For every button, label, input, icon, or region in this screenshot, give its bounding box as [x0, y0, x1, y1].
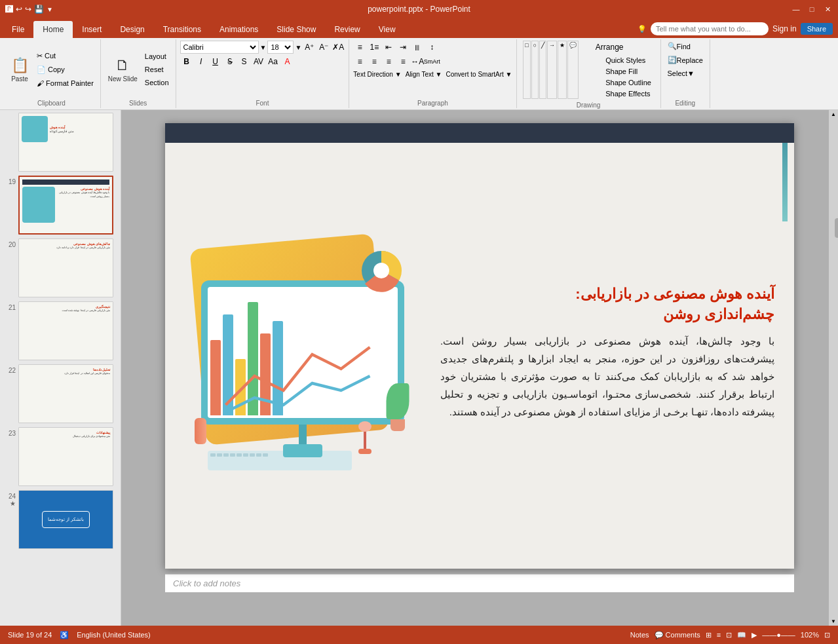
slide-item-19[interactable]: 19 آینده هوش مصنوعی با وجود چالش‌ها، آین… — [3, 176, 118, 235]
shape-fill-button[interactable]: Shape Fill — [603, 66, 654, 77]
slide-body: با وجود چالش‌ها، آینده هوش مصنوعی در باز… — [440, 332, 774, 421]
font-color-button[interactable]: A — [281, 55, 294, 68]
find-button[interactable]: 🔍 Find — [665, 41, 693, 52]
char-spacing-button[interactable]: AV — [252, 55, 265, 68]
italic-button[interactable]: I — [195, 55, 208, 68]
decrease-font-button[interactable]: A⁻ — [317, 41, 330, 54]
tab-insert[interactable]: Insert — [73, 21, 111, 38]
tab-animations[interactable]: Animations — [210, 21, 267, 38]
quick-access-dropdown[interactable]: ▼ — [47, 6, 53, 13]
notes-placeholder[interactable]: Click to add notes — [173, 578, 240, 588]
zoom-slider[interactable]: ——●—— — [762, 631, 795, 639]
change-case-button[interactable]: Aa — [267, 55, 280, 68]
sign-in-button[interactable]: Sign in — [772, 24, 797, 33]
slide-item-21[interactable]: 21 نتیجه‌گیری متن بازاریابی فارسی در این… — [3, 301, 118, 360]
slide-text-area[interactable]: آینده هوش مصنوعی در بازاریابی: چشم‌انداز… — [440, 284, 781, 421]
slide-sorter-button[interactable]: ⊡ — [726, 631, 732, 639]
notes-button[interactable]: Notes — [630, 631, 649, 639]
shape-arrow[interactable]: → — [547, 41, 557, 99]
section-button[interactable]: Section — [142, 77, 172, 88]
numbering-button[interactable]: 1≡ — [368, 41, 381, 54]
quick-access-save[interactable]: 💾 — [34, 5, 44, 14]
smartart-button[interactable]: SmArt — [425, 55, 438, 68]
shape-star[interactable]: ★ — [558, 41, 567, 99]
status-bar: Slide 19 of 24 ♿ English (United States)… — [0, 626, 838, 644]
share-button[interactable]: Share — [801, 23, 833, 35]
underline-button[interactable]: U — [209, 55, 222, 68]
shape-outline-button[interactable]: Shape Outline — [603, 77, 654, 88]
fit-button[interactable]: ⊡ — [824, 631, 830, 639]
slide-canvas[interactable]: آینده هوش مصنوعی در بازاریابی: چشم‌انداز… — [165, 123, 794, 569]
reading-view-button[interactable]: 📖 — [737, 631, 746, 639]
notes-bar[interactable]: Click to add notes — [165, 574, 794, 592]
tab-slideshow[interactable]: Slide Show — [267, 21, 325, 38]
normal-view-button[interactable]: ⊞ — [706, 631, 712, 639]
scroll-up-button[interactable]: ▲ — [829, 110, 837, 119]
tab-home[interactable]: Home — [33, 21, 73, 38]
app-title: powerpoint.pptx - PowerPoint — [368, 5, 470, 14]
replace-button[interactable]: 🔄 Replace — [665, 54, 706, 66]
slide-item-23[interactable]: 23 پیشنهادات متن پیشنهادی برای بازاریابی… — [3, 427, 118, 486]
reset-button[interactable]: Reset — [142, 64, 172, 75]
slideshow-button[interactable]: ▶ — [752, 631, 757, 639]
text-shadow-button[interactable]: S — [238, 55, 251, 68]
paste-button[interactable]: 📋 Paste — [7, 50, 33, 89]
layout-button[interactable]: Layout — [142, 51, 172, 62]
close-button[interactable]: ✕ — [822, 4, 833, 14]
shape-circle[interactable]: ○ — [531, 41, 539, 99]
align-left-button[interactable]: ≡ — [353, 55, 366, 68]
decrease-indent-button[interactable]: ⇤ — [382, 41, 395, 54]
bullets-button[interactable]: ≡ — [353, 41, 366, 54]
font-family-select[interactable]: Calibri — [180, 41, 259, 54]
increase-indent-button[interactable]: ⇥ — [396, 41, 409, 54]
font-size-select[interactable]: 18 — [267, 41, 294, 54]
tab-view[interactable]: View — [370, 21, 405, 38]
shape-square[interactable]: □ — [523, 41, 530, 99]
chart-display — [208, 287, 398, 418]
clear-format-button[interactable]: ✗A — [332, 41, 345, 54]
new-slide-button[interactable]: 🗋 New Slide — [105, 50, 141, 89]
justify-button[interactable]: ≡ — [396, 55, 409, 68]
outline-view-button[interactable]: ≡ — [717, 631, 721, 639]
convert-smartart-button[interactable]: Convert to SmartArt ▼ — [446, 71, 512, 78]
slide-item-20[interactable]: 20 چالش‌های هوش مصنوعی متن بازاریابی فار… — [3, 238, 118, 297]
tell-me-input[interactable] — [651, 22, 769, 35]
align-center-button[interactable]: ≡ — [368, 55, 381, 68]
quick-styles-button[interactable]: Quick Styles — [603, 55, 654, 66]
ribbon-group-clipboard: 📋 Paste ✂ Cut 📄 Copy 🖌 Format Painter Cl… — [3, 39, 101, 108]
canvas-area[interactable]: ▲ ▼ — [121, 110, 838, 626]
align-text-button[interactable]: Align Text ▼ — [406, 71, 442, 78]
restore-button[interactable]: □ — [807, 4, 817, 14]
format-painter-button[interactable]: 🖌 Format Painter — [34, 78, 96, 88]
tab-design[interactable]: Design — [111, 21, 153, 38]
arrange-button[interactable]: Arrange — [603, 41, 616, 54]
tab-review[interactable]: Review — [325, 21, 369, 38]
quick-access-redo[interactable]: ↪ — [25, 5, 31, 14]
select-button[interactable]: Select ▼ — [665, 68, 697, 79]
shape-line[interactable]: ╱ — [539, 41, 546, 99]
cut-button[interactable]: ✂ Cut — [34, 50, 96, 62]
desk-lamp — [358, 421, 371, 454]
align-right-button[interactable]: ≡ — [382, 55, 395, 68]
shape-callout[interactable]: 💬 — [567, 41, 579, 99]
strikethrough-button[interactable]: S̶ — [223, 55, 237, 68]
copy-button[interactable]: 📄 Copy — [34, 64, 96, 75]
shape-effects-button[interactable]: Shape Effects — [603, 88, 654, 99]
increase-font-button[interactable]: A⁺ — [303, 41, 316, 54]
slide-item-24[interactable]: 24 ★ باتشکر از توجه‌شما — [3, 490, 118, 549]
minimize-button[interactable]: — — [791, 4, 801, 14]
slide-panel[interactable]: آینده هوش متن فارسی کوتاه 19 آینده هوش م… — [0, 110, 121, 626]
slide-title: آینده هوش مصنوعی در بازاریابی: چشم‌انداز… — [440, 284, 774, 325]
columns-button[interactable]: ⫼ — [411, 41, 424, 54]
quick-access-undo[interactable]: ↩ — [16, 5, 22, 14]
scroll-down-button[interactable]: ▼ — [829, 617, 837, 626]
text-direction-button[interactable]: ↔A — [411, 55, 424, 68]
comments-button[interactable]: 💬 Comments — [655, 631, 700, 639]
bold-button[interactable]: B — [180, 55, 193, 68]
slide-item-22[interactable]: 22 تحلیل داده‌ها محتوای فارسی این اسلاید… — [3, 364, 118, 423]
line-spacing-button[interactable]: ↕ — [425, 41, 438, 54]
accessibility-icon[interactable]: ♿ — [60, 631, 69, 639]
tab-file[interactable]: File — [3, 21, 33, 38]
tab-transitions[interactable]: Transitions — [154, 21, 210, 38]
slide-item-18[interactable]: آینده هوش متن فارسی کوتاه — [3, 113, 118, 172]
